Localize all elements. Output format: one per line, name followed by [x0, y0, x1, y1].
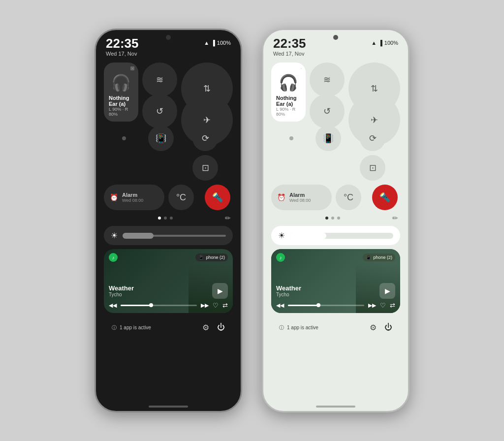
home-indicator-light: [263, 402, 408, 411]
home-bar-dark: [149, 406, 188, 408]
phone-light-inner: 22:35 Wed 17, Nov ▲ ▐ 100% ≋: [263, 30, 408, 411]
rotate-icon-light: ↺: [323, 106, 331, 117]
settings-icon-dark[interactable]: ⚙: [202, 323, 209, 332]
phone-light: 22:35 Wed 17, Nov ▲ ▐ 100% ≋: [262, 29, 410, 412]
spotify-icon-light: ♪: [276, 253, 285, 262]
play-btn-light[interactable]: ▶: [379, 283, 395, 299]
progress-bar-dark[interactable]: [121, 305, 197, 306]
cast-tile-light[interactable]: ⊡: [360, 155, 385, 181]
wifi-tile-dark[interactable]: ≋: [142, 63, 177, 97]
repeat-icon-dark[interactable]: ⇄: [222, 302, 228, 309]
date-dark: Wed 17, Nov: [106, 51, 139, 57]
earbuds-tile-dark[interactable]: 🎧 Nothing Ear (a) L 90% · R 80% ·: [104, 63, 138, 122]
rotate-icon-dark: ↺: [156, 106, 163, 117]
earbuds-menu-light[interactable]: ·: [301, 66, 302, 71]
media-controls-dark: ◀◀ ▶▶ ♡ ⇄: [109, 302, 228, 309]
torch-tile-dark[interactable]: 🔦: [205, 185, 230, 210]
progress-bar-light[interactable]: [288, 305, 364, 306]
edit-icon-light[interactable]: ✏: [392, 214, 398, 222]
row3-light: 📳 ⟳ ⊡: [271, 126, 400, 181]
dot-cell-light: [271, 126, 312, 151]
phone-badge-text-light: phone (2): [373, 255, 392, 260]
control-area-dark: ≋ ⇅ 🎧 Nothing Ear (a) L 90% · R 80% ·: [96, 59, 241, 402]
power-icon-light[interactable]: ⏻: [384, 323, 392, 332]
media-controls-light: ◀◀ ▶▶ ♡ ⇄: [276, 302, 395, 309]
earbuds-battery-light: L 90% · R 80%: [276, 107, 301, 117]
cast-tile-dark[interactable]: ⊡: [192, 155, 218, 181]
brightness-row-light[interactable]: ☀: [271, 226, 400, 245]
earbuds-name-light: Nothing Ear (a): [276, 95, 301, 107]
airplane-icon-dark: ✈: [203, 115, 211, 126]
dot-dark: [122, 136, 126, 140]
earbuds-tile-light[interactable]: 🎧 Nothing Ear (a) L 90% · R 80% ·: [271, 63, 306, 122]
alarm-icon-dark: ⏰: [110, 193, 118, 201]
rotate-tile-dark[interactable]: ↺: [142, 94, 177, 128]
brightness-slider-light[interactable]: [290, 233, 393, 239]
info-icon-dark: ⓘ: [112, 324, 117, 331]
temp-tile-light[interactable]: °C: [336, 185, 361, 210]
active-apps-dark[interactable]: ⓘ 1 app is active: [112, 324, 151, 331]
dot2-dark: [164, 217, 167, 220]
autorotate-tile-light[interactable]: ⟳: [360, 126, 385, 151]
rewind-icon-light[interactable]: ◀◀: [276, 302, 284, 309]
heart-icon-light[interactable]: ♡: [380, 302, 386, 309]
phone-dark-inner: 22:35 Wed 17, Nov ▲ ▐ 100% ≋: [96, 30, 241, 411]
wifi-tile-light[interactable]: ≋: [310, 63, 344, 97]
bottom-bar-light: ⓘ 1 app is active ⚙ ⏻: [271, 320, 400, 337]
media-top-right-dark: 📱 phone (2): [195, 253, 228, 261]
camera-light: [333, 35, 338, 40]
forward-icon-light[interactable]: ▶▶: [368, 302, 376, 309]
torch-icon-light: 🔦: [379, 192, 390, 203]
phone-badge-light: 📱 phone (2): [363, 253, 395, 261]
control-area-light: ≋ ⇅ 🎧 Nothing Ear (a) L 90% · R 80% · ↺: [263, 59, 408, 402]
alarm-icon-light: ⏰: [277, 193, 285, 201]
battery-dark: 100%: [217, 40, 231, 46]
row3-dark: 📳 ⟳ ⊡: [104, 126, 233, 181]
progress-dot-dark: [149, 303, 153, 307]
vibrate-tile-light[interactable]: 📳: [315, 126, 341, 151]
alarm-time-dark: Wed 08:00: [122, 198, 143, 203]
forward-icon-dark[interactable]: ▶▶: [201, 302, 209, 309]
status-icons-light: ▲ ▐ 100%: [371, 40, 398, 46]
cast-icon-dark: ⊡: [202, 162, 209, 173]
dot2-light: [331, 217, 334, 220]
alarm-tile-dark[interactable]: ⏰ Alarm Wed 08:00: [104, 185, 164, 210]
battery-light: 100%: [384, 40, 398, 46]
settings-icon-light[interactable]: ⚙: [370, 323, 377, 332]
dots-row-light: ✏: [271, 214, 400, 222]
cast-icon-light: ⊡: [369, 162, 377, 173]
rewind-icon-dark[interactable]: ◀◀: [109, 302, 117, 309]
phone-icon-dark: 📱: [198, 255, 204, 260]
alarm-tile-light[interactable]: ⏰ Alarm Wed 08:00: [271, 185, 332, 210]
temp-tile-dark[interactable]: °C: [168, 185, 194, 210]
media-card-dark[interactable]: ♪ 📱 phone (2) Weather: [104, 249, 233, 313]
earbuds-name-dark: Nothing Ear (a): [109, 95, 133, 107]
power-icon-dark[interactable]: ⏻: [217, 323, 225, 332]
phone-dark: 22:35 Wed 17, Nov ▲ ▐ 100% ≋: [94, 29, 242, 412]
autorotate-icon-dark: ⟳: [202, 133, 209, 144]
earbuds-img-dark: 🎧: [109, 73, 133, 92]
progress-fill-light: [288, 305, 318, 306]
camera-dark: [166, 35, 171, 40]
brightness-slider-dark[interactable]: [123, 235, 226, 237]
rotate-tile-light[interactable]: ↺: [310, 94, 344, 128]
spotify-icon-dark: ♪: [109, 253, 118, 262]
dot3-dark: [170, 217, 173, 220]
media-card-light[interactable]: ♪ 📱 phone (2) Weather Tycho: [271, 249, 400, 313]
vibrate-tile-dark[interactable]: 📳: [148, 126, 174, 151]
active-apps-light[interactable]: ⓘ 1 app is active: [279, 324, 318, 331]
status-bar-dark: 22:35 Wed 17, Nov ▲ ▐ 100%: [96, 30, 241, 59]
brightness-row-dark[interactable]: ☀: [104, 226, 233, 245]
earbuds-menu-dark[interactable]: ·: [130, 66, 134, 70]
dot1-light: [325, 217, 328, 220]
torch-tile-light[interactable]: 🔦: [372, 185, 398, 210]
autorotate-tile-dark[interactable]: ⟳: [192, 126, 218, 151]
alarm-time-light: Wed 08:00: [289, 198, 311, 203]
heart-icon-dark[interactable]: ♡: [213, 302, 219, 309]
repeat-icon-light[interactable]: ⇄: [390, 302, 395, 309]
media-title-dark: Weather: [109, 284, 134, 292]
home-bar-light: [316, 406, 355, 408]
edit-icon-dark[interactable]: ✏: [225, 214, 231, 222]
time-light: 22:35: [273, 37, 306, 50]
play-btn-dark[interactable]: ▶: [212, 283, 228, 299]
